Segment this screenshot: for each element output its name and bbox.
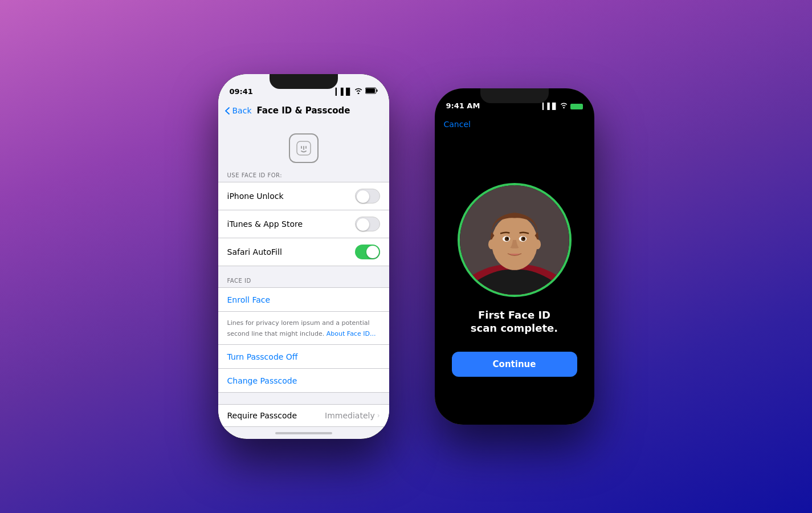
scan-screen: 9:41 AM ▎▌▊ Cancel: [435, 88, 594, 425]
continue-button[interactable]: Continue: [452, 352, 577, 377]
about-face-id-link[interactable]: About Face ID...: [327, 330, 376, 337]
safari-autofill-label: Safari AutoFill: [227, 247, 282, 256]
chevron-icon: ›: [377, 412, 380, 420]
back-label: Back: [232, 106, 252, 115]
require-passcode-row[interactable]: Require Passcode Immediately ›: [218, 405, 389, 426]
svg-rect-2: [376, 89, 377, 92]
change-passcode-row[interactable]: Change Passcode: [218, 369, 389, 392]
svg-point-15: [488, 239, 495, 249]
status-time: 09:41: [230, 87, 253, 96]
require-passcode-group: Require Passcode Immediately ›: [218, 404, 389, 427]
left-phone: 09:41 ▎▌▊: [218, 74, 389, 439]
status-icons: ▎▌▊: [336, 87, 378, 96]
iphone-unlock-label: iPhone Unlock: [227, 192, 284, 201]
svg-point-16: [534, 239, 541, 249]
change-passcode-label: Change Passcode: [227, 376, 297, 385]
right-notch: [480, 88, 549, 103]
face-id-icon-area: [218, 122, 389, 172]
scan-status-icons: ▎▌▊: [542, 103, 582, 110]
home-indicator: [275, 432, 332, 434]
iphone-unlock-toggle[interactable]: [355, 189, 380, 203]
signal-icon: ▎▌▊: [336, 88, 352, 96]
cancel-button[interactable]: Cancel: [444, 120, 471, 129]
scan-status-time: 9:41 AM: [446, 101, 480, 110]
iphone-unlock-row[interactable]: iPhone Unlock: [218, 182, 389, 210]
scan-signal-icon: ▎▌▊: [542, 103, 557, 110]
battery-icon: [365, 87, 378, 96]
notch: [270, 74, 338, 89]
nav-bar: Back Face ID & Passcode: [218, 99, 389, 122]
require-passcode-value: Immediately: [325, 411, 375, 420]
continue-button-label: Continue: [493, 359, 536, 369]
svg-point-13: [507, 237, 508, 239]
right-phone: 9:41 AM ▎▌▊ Cancel: [435, 88, 594, 425]
turn-passcode-off-row[interactable]: Turn Passcode Off: [218, 345, 389, 369]
enroll-face-label: Enroll Face: [227, 295, 271, 304]
require-passcode-label: Require Passcode: [227, 411, 297, 420]
face-scan-area: First Face ID scan complete. Continue: [435, 135, 594, 425]
svg-point-14: [523, 237, 524, 239]
scan-wifi-icon: [560, 103, 568, 110]
itunes-toggle[interactable]: [355, 217, 380, 231]
face-circle: [458, 183, 572, 297]
svg-rect-1: [366, 88, 375, 93]
face-id-manage-group: Enroll Face Lines for privacy lorem ipsu…: [218, 287, 389, 393]
scan-title-text: First Face ID scan complete.: [471, 309, 558, 334]
safari-autofill-row[interactable]: Safari AutoFill: [218, 238, 389, 266]
settings-content: USE FACE ID FOR: iPhone Unlock iTunes & …: [218, 122, 389, 439]
back-button[interactable]: Back: [225, 106, 252, 115]
turn-passcode-off-label: Turn Passcode Off: [227, 352, 298, 361]
scan-complete-title: First Face ID scan complete.: [471, 308, 558, 335]
wifi-icon: [354, 88, 362, 96]
face-id-header: FACE ID: [218, 278, 389, 287]
scan-nav: Cancel: [435, 113, 594, 135]
nav-title: Face ID & Passcode: [256, 105, 350, 116]
settings-screen: 09:41 ▎▌▊: [218, 74, 389, 439]
scan-battery-icon: [570, 104, 583, 109]
face-id-toggles-group: iPhone Unlock iTunes & App Store Safari …: [218, 182, 389, 266]
enroll-face-row[interactable]: Enroll Face: [218, 288, 389, 312]
safari-autofill-toggle[interactable]: [355, 245, 380, 259]
use-face-id-header: USE FACE ID FOR:: [218, 172, 389, 182]
itunes-app-store-row[interactable]: iTunes & App Store: [218, 210, 389, 238]
face-id-icon: [289, 133, 319, 163]
itunes-app-store-label: iTunes & App Store: [227, 219, 303, 229]
face-id-description: Lines for privacy lorem ipsum and a pote…: [227, 319, 376, 337]
